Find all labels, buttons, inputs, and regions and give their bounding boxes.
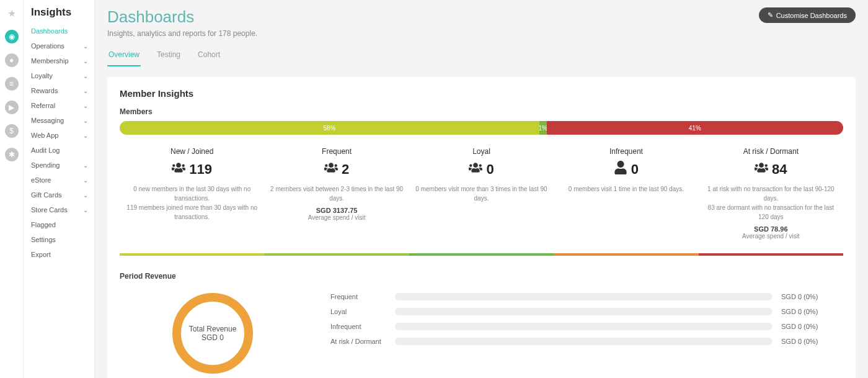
- revenue-row: InfrequentSGD 0 (0%): [330, 323, 843, 330]
- sidebar-item-messaging[interactable]: Messaging⌄: [31, 113, 94, 128]
- users-icon: [324, 161, 338, 178]
- sidebar-item-label: Membership: [31, 57, 69, 65]
- sidebar-item-label: Operations: [31, 42, 64, 50]
- revenue-row-label: At risk / Dormant: [330, 338, 386, 345]
- stat-avg: SGD 3137.75: [268, 207, 405, 214]
- stats-row: New / Joined1190 new members in the last…: [120, 147, 843, 240]
- revenue-row-bar: [395, 293, 773, 300]
- sidebar-item-label: Rewards: [31, 87, 58, 94]
- chevron-down-icon: ⌄: [83, 162, 88, 169]
- stat-label: Loyal: [413, 147, 550, 156]
- users-icon: [469, 161, 482, 178]
- sidebar-item-label: Gift Cards: [31, 191, 62, 199]
- sidebar-item-label: Store Cards: [31, 206, 68, 214]
- sidebar-item-label: Export: [31, 251, 51, 258]
- chevron-down-icon: ⌄: [83, 177, 88, 184]
- sidebar-item-estore[interactable]: eStore⌄: [31, 173, 94, 187]
- sidebar-item-label: Flagged: [31, 221, 56, 228]
- user-icon[interactable]: ●: [5, 53, 19, 67]
- tab-overview[interactable]: Overview: [107, 47, 141, 66]
- sidebar-item-gift-cards[interactable]: Gift Cards⌄: [31, 187, 94, 202]
- customise-dashboards-button[interactable]: ✎ Customise Dashboards: [759, 7, 856, 23]
- stat-at-risk-dormant: At risk / Dormant841 at risk with no tra…: [699, 147, 843, 240]
- chevron-down-icon: ⌄: [83, 132, 88, 139]
- sidebar-item-export[interactable]: Export: [31, 247, 94, 262]
- stat-avg-label: Average spend / visit: [702, 233, 839, 240]
- revenue-row-bar: [395, 338, 773, 345]
- sidebar-item-settings[interactable]: Settings: [31, 232, 94, 247]
- stat-frequent: Frequent22 members visit between 2-3 tim…: [264, 147, 409, 240]
- revenue-row-value: SGD 0 (0%): [781, 293, 843, 300]
- chevron-down-icon: ⌄: [83, 207, 88, 214]
- play-icon[interactable]: ▶: [5, 101, 19, 114]
- money-icon[interactable]: $: [5, 124, 19, 138]
- sidebar-item-operations[interactable]: Operations⌄: [31, 38, 94, 53]
- stat-avg-label: Average spend / visit: [268, 214, 405, 221]
- revenue-row-value: SGD 0 (0%): [781, 308, 843, 315]
- sidebar-item-dashboards[interactable]: Dashboards: [31, 24, 94, 38]
- message-icon[interactable]: ≡: [5, 77, 19, 91]
- stat-value: 84: [702, 161, 839, 178]
- sidebar-item-label: Spending: [31, 161, 60, 169]
- revenue-row-value: SGD 0 (0%): [781, 323, 843, 330]
- sidebar-item-web-app[interactable]: Web App⌄: [31, 128, 94, 143]
- dashboard-icon[interactable]: ◉: [5, 30, 19, 43]
- stat-value: 2: [268, 161, 405, 178]
- revenue-row: LoyalSGD 0 (0%): [330, 308, 843, 315]
- bar-segment: 58%: [120, 121, 539, 135]
- sidebar-item-label: Audit Log: [31, 146, 60, 154]
- gradient-segment: [409, 253, 554, 256]
- users-icon: [755, 161, 768, 178]
- revenue-row: At risk / DormantSGD 0 (0%): [330, 338, 843, 345]
- total-revenue-label: Total Revenue: [189, 325, 237, 333]
- sidebar-item-rewards[interactable]: Rewards⌄: [31, 83, 94, 98]
- tab-testing[interactable]: Testing: [156, 47, 182, 66]
- page-title: Dashboards: [107, 7, 257, 27]
- members-distribution-bar: 58%1%41%: [120, 121, 843, 135]
- stat-desc: 83 are dormant with no transaction for t…: [702, 203, 839, 222]
- sidebar-title: Insights: [31, 6, 94, 19]
- sidebar-item-flagged[interactable]: Flagged: [31, 217, 94, 232]
- tab-cohort[interactable]: Cohort: [197, 47, 221, 66]
- gradient-bar: [120, 253, 843, 256]
- revenue-row-label: Frequent: [330, 293, 386, 300]
- stat-infrequent: Infrequent00 members visit 1 time in the…: [554, 147, 698, 240]
- customise-label: Customise Dashboards: [776, 12, 847, 19]
- chevron-down-icon: ⌄: [83, 58, 88, 65]
- stat-desc: 0 new members in the last 30 days with n…: [123, 184, 260, 203]
- sidebar-item-label: eStore: [31, 176, 51, 184]
- sidebar-item-spending[interactable]: Spending⌄: [31, 158, 94, 173]
- sidebar-item-audit-log[interactable]: Audit Log: [31, 143, 94, 158]
- stat-label: Frequent: [268, 147, 405, 156]
- stat-loyal: Loyal00 members visit more than 3 times …: [409, 147, 554, 240]
- member-insights-card: Member Insights Members 58%1%41% New / J…: [107, 77, 856, 378]
- tabs: OverviewTestingCohort: [107, 47, 856, 67]
- gradient-segment: [264, 253, 409, 256]
- main-content: Dashboards Insights, analytics and repor…: [95, 0, 868, 378]
- stat-label: At risk / Dormant: [702, 147, 839, 156]
- stat-value: 119: [123, 161, 260, 178]
- star-icon[interactable]: ★: [5, 6, 19, 20]
- pencil-icon: ✎: [768, 11, 773, 19]
- snow-icon[interactable]: ✱: [5, 148, 19, 161]
- chevron-down-icon: ⌄: [83, 102, 88, 109]
- chevron-down-icon: ⌄: [83, 88, 88, 94]
- stat-desc: 2 members visit between 2-3 times in the…: [268, 184, 405, 203]
- users-icon: [172, 161, 185, 178]
- sidebar-item-label: Dashboards: [31, 27, 68, 35]
- member-insights-title: Member Insights: [120, 88, 843, 99]
- sidebar-item-membership[interactable]: Membership⌄: [31, 53, 94, 68]
- revenue-row-label: Infrequent: [330, 323, 386, 330]
- stat-label: Infrequent: [557, 147, 694, 156]
- sidebar-item-store-cards[interactable]: Store Cards⌄: [31, 202, 94, 217]
- sidebar-item-referral[interactable]: Referral⌄: [31, 98, 94, 113]
- sidebar-item-loyalty[interactable]: Loyalty⌄: [31, 68, 94, 83]
- sidebar-item-label: Settings: [31, 236, 56, 243]
- user-icon: [614, 161, 627, 178]
- stat-desc: 1 at risk with no transaction for the la…: [702, 184, 839, 203]
- chevron-down-icon: ⌄: [83, 117, 88, 124]
- sidebar-item-label: Web App: [31, 132, 58, 139]
- sidebar: Insights DashboardsOperations⌄Membership…: [24, 0, 95, 378]
- total-revenue-value: SGD 0: [202, 333, 224, 342]
- bar-segment: 41%: [547, 121, 843, 135]
